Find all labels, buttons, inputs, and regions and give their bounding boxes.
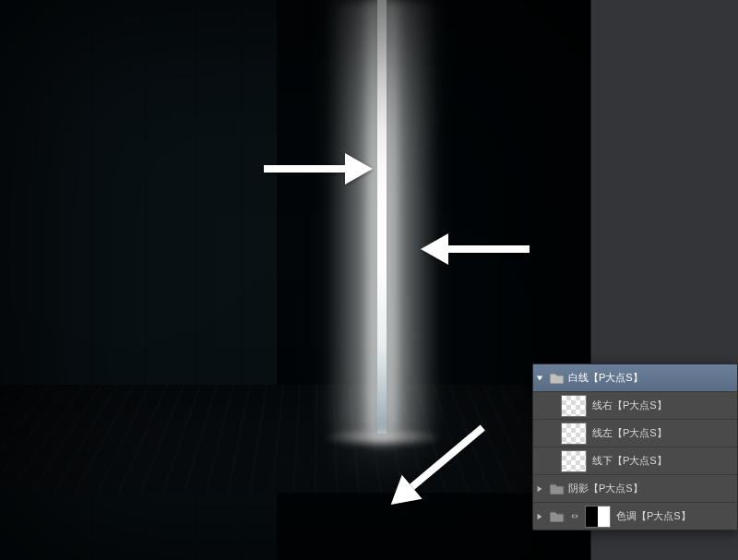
- svg-marker-7: [538, 485, 542, 491]
- layer-group-collapsed[interactable]: 阴影【P大点S】: [533, 475, 737, 503]
- layer-group-open[interactable]: 白线【P大点S】: [533, 364, 737, 392]
- layer-label: 线右【P大点S】: [592, 399, 737, 412]
- adjustment-thumbnail: [585, 506, 611, 528]
- svg-rect-4: [410, 424, 485, 489]
- folder-icon: [550, 372, 565, 385]
- triangle-closed-icon[interactable]: [533, 513, 546, 520]
- link-icon: [568, 510, 580, 522]
- document-canvas[interactable]: [0, 0, 590, 560]
- triangle-closed-icon[interactable]: [533, 485, 546, 493]
- layer-row[interactable]: 线下【P大点S】: [533, 447, 737, 475]
- vignette: [0, 0, 590, 560]
- layer-group-label: 阴影【P大点S】: [568, 482, 737, 495]
- svg-rect-0: [264, 165, 345, 173]
- layer-group-label: 白线【P大点S】: [568, 371, 737, 385]
- svg-marker-1: [345, 153, 373, 185]
- app-stage: 白线【P大点S】 线右【P大点S】 线左【P大点S】 线下【P大点S】 阴影【P…: [0, 0, 738, 560]
- layer-label: 线左【P大点S】: [592, 426, 737, 440]
- layer-group-label: 色调【P大点S】: [616, 509, 737, 523]
- arrow-diagonal-icon: [378, 411, 498, 519]
- layers-panel[interactable]: 白线【P大点S】 线右【P大点S】 线左【P大点S】 线下【P大点S】 阴影【P…: [532, 363, 738, 530]
- triangle-open-icon[interactable]: [533, 375, 546, 382]
- arrow-right-icon: [264, 153, 373, 185]
- layer-row[interactable]: 线左【P大点S】: [533, 420, 737, 447]
- svg-marker-8: [538, 513, 542, 518]
- arrow-left-icon: [421, 233, 530, 265]
- layer-row[interactable]: 线右【P大点S】: [533, 392, 737, 420]
- svg-marker-6: [537, 375, 542, 380]
- layer-group-collapsed[interactable]: 色调【P大点S】: [533, 503, 737, 530]
- layer-label: 线下【P大点S】: [592, 454, 737, 468]
- folder-icon: [550, 483, 565, 495]
- layer-thumbnail: [561, 450, 587, 472]
- svg-rect-2: [448, 245, 530, 253]
- folder-icon: [550, 510, 565, 523]
- svg-marker-3: [421, 233, 448, 265]
- layer-thumbnail: [561, 395, 587, 417]
- layer-thumbnail: [561, 423, 587, 445]
